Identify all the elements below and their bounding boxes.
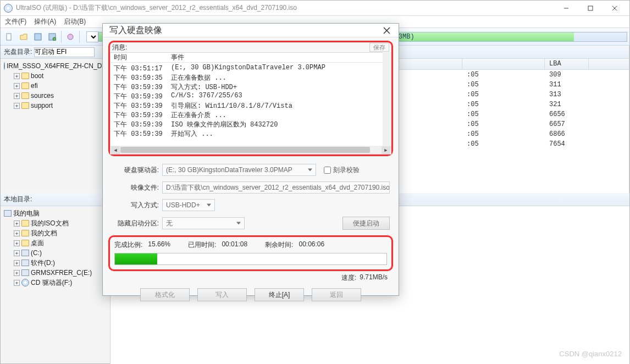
col-lba[interactable]: LBA xyxy=(545,59,589,69)
expander-icon[interactable]: + xyxy=(14,73,20,79)
local-tree-item[interactable]: +CD 驱动器(F:) xyxy=(4,278,107,288)
local-tree-item[interactable]: +我的ISO文档 xyxy=(4,218,107,228)
minimize-button[interactable] xyxy=(555,2,578,14)
expander-icon[interactable]: + xyxy=(14,230,20,236)
tb-save-icon[interactable] xyxy=(31,30,45,43)
hide-boot-select[interactable]: 无 xyxy=(162,217,245,229)
local-tree-item[interactable]: +软件(D:) xyxy=(4,258,107,268)
hscroll-left-icon[interactable]: ◄ xyxy=(111,146,120,154)
tree-item-sources[interactable]: +sources xyxy=(4,91,107,101)
log-vscrollbar[interactable] xyxy=(383,52,391,146)
svg-point-7 xyxy=(53,37,56,41)
folder-icon xyxy=(21,73,29,79)
boot-type-field[interactable] xyxy=(34,47,95,57)
log-row[interactable]: 下午 03:59:39正在准备介质 ... xyxy=(110,111,391,120)
local-tree-item[interactable]: +GRMSXFRER_C(E:) xyxy=(4,268,107,278)
log-row[interactable]: 下午 03:59:39ISO 映像文件的扇区数为 8432720 xyxy=(110,120,391,129)
label-drive: 硬盘驱动器: xyxy=(109,166,159,175)
save-log-button[interactable]: 保存 xyxy=(369,43,389,52)
hscroll-thumb[interactable] xyxy=(120,147,370,153)
verify-label: 刻录校验 xyxy=(333,166,360,175)
tree-root[interactable]: IRM_SSSO_X64FRE_ZH-CN_DV5 xyxy=(4,61,107,71)
col-type[interactable] xyxy=(396,59,462,69)
local-tree[interactable]: 我的电脑+我的ISO文档+我的文档+桌面+(C:)+软件(D:)+GRMSXFR… xyxy=(1,206,110,290)
watermark: CSDN @qianx0212 xyxy=(559,350,622,358)
iso-icon xyxy=(21,220,29,227)
tree-item-boot[interactable]: +boot xyxy=(4,71,107,81)
row-image: 映像文件: D:\迅雷下载\cn_windows_server_2012_r2_… xyxy=(109,181,390,194)
write-mode-select[interactable]: USB-HDD+ xyxy=(162,199,215,211)
back-button[interactable]: 返回 xyxy=(312,288,361,301)
dialog-title-bar: 写入硬盘映像 xyxy=(103,24,399,37)
menu-boot[interactable]: 启动(B) xyxy=(64,17,86,26)
tree-item-support[interactable]: +support xyxy=(4,101,107,111)
close-button[interactable] xyxy=(603,2,626,14)
quick-boot-button[interactable]: 便捷启动 xyxy=(342,217,390,230)
local-tree-item[interactable]: +桌面 xyxy=(4,238,107,248)
drive-select[interactable]: (E:, 30 GB)KingstonDataTraveler 3.0PMAP xyxy=(162,164,316,176)
local-tree-label: 我的ISO文档 xyxy=(31,218,69,228)
format-button[interactable]: 格式化 xyxy=(140,288,190,301)
write-button[interactable]: 写入 xyxy=(197,288,247,301)
local-tree-label: 本地目录: xyxy=(4,195,32,204)
expander-icon[interactable]: + xyxy=(14,280,20,286)
expander-icon[interactable]: + xyxy=(14,240,20,246)
expander-icon[interactable]: + xyxy=(14,103,20,109)
local-tree-item[interactable]: +(C:) xyxy=(4,248,107,258)
col-date[interactable] xyxy=(462,59,545,69)
log-row[interactable]: 下午 03:59:39开始写入 ... xyxy=(110,129,391,139)
menu-file[interactable]: 文件(F) xyxy=(5,17,26,26)
folder-icon xyxy=(21,92,29,99)
log-box[interactable]: 时间 事件 下午 03:51:17(E:, 30 GB)KingstonData… xyxy=(110,52,391,146)
tree-item-efi[interactable]: +efi xyxy=(4,81,107,91)
elapsed-value: 00:01:08 xyxy=(222,240,247,250)
expander-icon[interactable]: + xyxy=(14,270,20,276)
log-col-event[interactable]: 事件 xyxy=(168,53,391,62)
disc-icon xyxy=(4,62,5,70)
expander-icon[interactable]: + xyxy=(14,250,20,256)
row-drive: 硬盘驱动器: (E:, 30 GB)KingstonDataTraveler 3… xyxy=(109,164,390,176)
hscroll-right-icon[interactable]: ► xyxy=(382,146,390,154)
write-disk-image-dialog: 写入硬盘映像 消息: 保存 时间 事件 下午 03:51:17(E:, 30 G… xyxy=(102,23,399,296)
log-hscrollbar[interactable]: ◄ ► xyxy=(110,146,391,155)
disc-tree[interactable]: IRM_SSSO_X64FRE_ZH-CN_DV5 +boot +efi +so… xyxy=(1,59,110,113)
log-row[interactable]: 下午 03:59:35正在准备数据 ... xyxy=(110,73,391,82)
tb-new-icon[interactable] xyxy=(3,30,16,43)
maximize-button[interactable] xyxy=(579,2,602,14)
progress-group: 完成比例: 15.66% 已用时间: 00:01:08 剩余时间: 00:06:… xyxy=(108,235,393,271)
abort-button[interactable]: 终止[A] xyxy=(255,288,304,301)
tb-open-icon[interactable] xyxy=(17,30,30,43)
form-area: 硬盘驱动器: (E:, 30 GB)KingstonDataTraveler 3… xyxy=(108,164,393,230)
menu-action[interactable]: 操作(A) xyxy=(34,17,56,26)
log-row[interactable]: 下午 03:59:39写入方式: USB-HDD+ xyxy=(110,82,391,92)
tree-label: efi xyxy=(31,81,38,91)
verify-checkbox[interactable]: 刻录校验 xyxy=(324,166,360,175)
drive-icon xyxy=(21,260,29,266)
log-row[interactable]: 下午 03:59:39C/H/S: 3767/255/63 xyxy=(110,92,391,101)
docs-icon xyxy=(21,230,29,236)
pc-icon xyxy=(4,210,12,217)
app-cd-icon xyxy=(4,4,13,13)
tree-label: support xyxy=(31,101,53,111)
title-bar: UltraISO (试用版) - D:\迅雷下载\cn_windows_serv… xyxy=(1,1,629,16)
log-row[interactable]: 下午 03:59:39引导扇区: Win11/10/8.1/8/7/Vista xyxy=(110,101,391,111)
expander-icon[interactable]: + xyxy=(14,83,20,89)
folder-icon xyxy=(21,82,29,89)
svg-rect-5 xyxy=(35,34,41,40)
log-row[interactable]: 下午 03:51:17(E:, 30 GB)KingstonDataTravel… xyxy=(110,64,391,73)
expander-icon[interactable]: + xyxy=(14,93,20,99)
folder-icon xyxy=(21,102,29,109)
expander-icon[interactable]: + xyxy=(14,260,20,266)
dialog-close-button[interactable] xyxy=(380,24,393,37)
log-col-time[interactable]: 时间 xyxy=(110,53,168,62)
drive-icon xyxy=(21,250,29,256)
image-field[interactable]: D:\迅雷下载\cn_windows_server_2012_r2_essent… xyxy=(162,181,390,194)
local-tree-item[interactable]: 我的电脑 xyxy=(4,208,107,218)
local-tree-label: 我的文档 xyxy=(31,228,57,238)
local-tree-item[interactable]: +我的文档 xyxy=(4,228,107,238)
tb-misc-icon[interactable] xyxy=(64,30,77,43)
tb-saveas-icon[interactable] xyxy=(46,30,59,43)
capacity-select[interactable] xyxy=(86,31,98,42)
expander-icon[interactable]: + xyxy=(14,220,20,227)
verify-checkbox-input[interactable] xyxy=(324,167,331,174)
